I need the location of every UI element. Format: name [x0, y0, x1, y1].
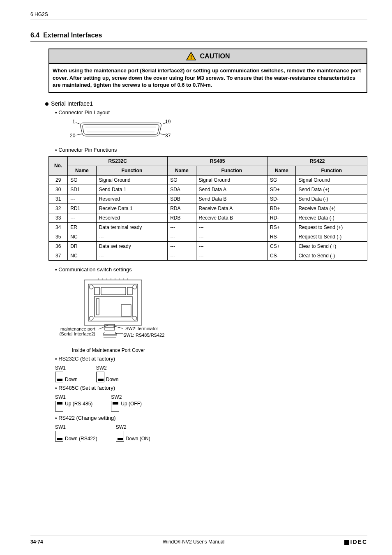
svg-rect-20: [121, 305, 131, 316]
dsub-connector-icon: [80, 122, 162, 137]
caution-box: CAUTION When using the maintenance port …: [48, 49, 367, 93]
table-cell: ---: [68, 213, 96, 222]
table-cell: 35: [49, 232, 68, 241]
table-cell: ---: [168, 251, 196, 260]
switch-position-text: Down (ON): [126, 436, 150, 442]
table-row: 36DRData set ready------CS+Clear to Send…: [49, 241, 367, 251]
table-cell: ---: [196, 222, 267, 232]
page-number: 34-74: [30, 539, 43, 545]
svg-line-6: [161, 123, 167, 124]
switch-name: SW1: [55, 365, 78, 371]
table-cell: Data terminal ready: [96, 222, 168, 232]
th-func-2: Function: [196, 166, 267, 175]
switch-row: SW1DownSW2Down: [55, 365, 367, 382]
table-cell: Send Data B: [196, 194, 267, 204]
table-cell: ---: [196, 241, 267, 251]
table-cell: ---: [168, 232, 196, 241]
th-func-3: Function: [296, 166, 367, 175]
th-rs422: RS422: [267, 156, 367, 166]
table-cell: CS+: [267, 241, 296, 251]
table-cell: Receive Data B: [196, 213, 267, 222]
table-cell: Reserved: [96, 194, 168, 204]
table-cell: RD+: [267, 204, 296, 213]
switch-col: SW1Up (RS-485): [55, 394, 92, 412]
switch-col: SW2Down: [96, 365, 119, 382]
switch-name: SW2: [111, 394, 142, 400]
switch-row: SW1Down (RS422)SW2Down (ON): [55, 424, 367, 442]
table-cell: RDB: [168, 213, 196, 222]
svg-line-5: [76, 123, 81, 124]
table-cell: Clear to Send (+): [296, 241, 367, 251]
table-row: 33---ReservedRDBReceive Data BRD-Receive…: [49, 213, 367, 222]
switch-position-text: Down: [65, 377, 78, 382]
switch-icon: [55, 431, 63, 442]
maint-port-label: maintenance port(Serial Interface2): [54, 326, 95, 336]
switch-col: SW1Down (RS422): [55, 424, 97, 442]
table-cell: Receive Data (-): [296, 213, 367, 222]
pin-20-label: 20: [70, 133, 75, 139]
svg-point-14: [133, 316, 137, 320]
svg-rect-16: [101, 287, 126, 295]
table-cell: DR: [68, 241, 96, 251]
table-cell: SG: [68, 175, 96, 185]
th-name-1: Name: [68, 166, 96, 175]
connector-diagram: 1 19 20 37: [63, 119, 178, 139]
table-cell: 37: [49, 251, 68, 260]
table-row: 34ERData terminal ready------RS+Request …: [49, 222, 367, 232]
table-cell: Reserved: [96, 213, 168, 222]
table-cell: 30: [49, 185, 68, 194]
table-cell: ---: [168, 222, 196, 232]
table-cell: 33: [49, 213, 68, 222]
table-cell: ER: [68, 222, 96, 232]
svg-rect-18: [95, 296, 132, 317]
table-cell: ---: [196, 232, 267, 241]
th-name-3: Name: [267, 166, 296, 175]
table-cell: Send Data 1: [96, 185, 168, 194]
table-row: 29SGSignal GroundSGSignal GroundSGSignal…: [49, 175, 367, 185]
serial-interface-heading: Serial Interface1: [45, 100, 367, 107]
table-cell: SD1: [68, 185, 96, 194]
page-header: 6 HG2S: [30, 12, 367, 19]
table-cell: Receive Data (+): [296, 204, 367, 213]
switch-col: SW1Down: [55, 365, 78, 382]
svg-rect-9: [84, 280, 142, 325]
table-cell: Send Data A: [196, 185, 267, 194]
setting-label: RS485C (Set at factory): [55, 385, 367, 391]
sw2-label: SW2: terminator: [125, 326, 158, 331]
connector-pin-layout-label: Connector Pin Layout: [55, 109, 367, 116]
serial-interface-title: Serial Interface1: [51, 100, 93, 107]
switch-name: SW1: [55, 424, 97, 430]
table-cell: SDA: [168, 185, 196, 194]
table-cell: ---: [96, 232, 168, 241]
table-cell: 29: [49, 175, 68, 185]
table-cell: RS-: [267, 232, 296, 241]
th-name-2: Name: [168, 166, 196, 175]
table-cell: 31: [49, 194, 68, 204]
switch-icon: [116, 431, 124, 442]
section-title: 6.4 External Interfaces: [30, 32, 367, 42]
table-cell: Signal Ground: [296, 175, 367, 185]
comm-switch-heading: Communication switch settings: [55, 266, 367, 273]
table-cell: Send Data (-): [296, 194, 367, 204]
switch-name: SW1: [55, 394, 92, 400]
switch-row: SW1Up (RS-485)SW2Up (OFF): [55, 394, 367, 412]
switch-position-text: Down: [106, 377, 119, 382]
table-cell: ---: [168, 241, 196, 251]
switch-position-text: Up (RS-485): [65, 401, 92, 412]
table-cell: SDB: [168, 194, 196, 204]
port-cover-diagram: maintenance port(Serial Interface2) SW2:…: [70, 276, 177, 346]
switch-col: SW2Down (ON): [116, 424, 150, 442]
svg-point-12: [133, 285, 137, 289]
warning-icon: [186, 52, 196, 60]
table-cell: Signal Ground: [96, 175, 168, 185]
table-row: 32RD1Receive Data 1RDAReceive Data ARD+R…: [49, 204, 367, 213]
table-cell: 34: [49, 222, 68, 232]
table-cell: NC: [68, 232, 96, 241]
table-cell: 32: [49, 204, 68, 213]
switch-position-text: Down (RS422): [65, 436, 97, 442]
th-func-1: Function: [96, 166, 168, 175]
table-cell: ---: [68, 194, 96, 204]
table-row: 35NC---------RS-Request to Send (-): [49, 232, 367, 241]
switch-icon: [96, 372, 104, 382]
table-cell: RD1: [68, 204, 96, 213]
